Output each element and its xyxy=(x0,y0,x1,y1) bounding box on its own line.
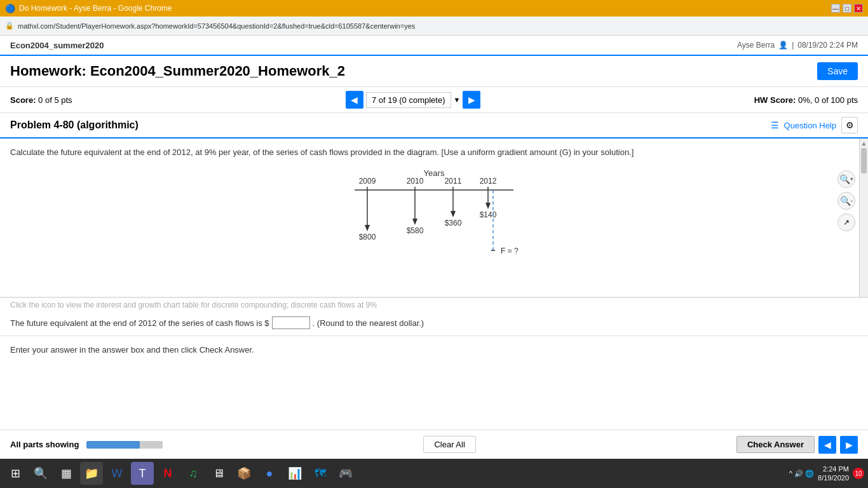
nav-progress-text: 7 of 19 (0 complete) xyxy=(366,92,451,108)
user-icon: 👤 xyxy=(778,41,788,50)
browser-title: Do Homework - Ayse Berra - Google Chrome xyxy=(19,4,172,13)
scrollbar-thumb[interactable] xyxy=(861,148,867,173)
hw-score-label: HW Score: xyxy=(754,95,796,105)
cash-flow-svg: Years 2009 2010 2011 2012 $800 xyxy=(323,165,545,273)
separator: | xyxy=(792,41,794,50)
svg-marker-10 xyxy=(365,225,370,231)
score-bar: Score: 0 of 5 pts ◀ 7 of 19 (0 complete)… xyxy=(0,87,868,113)
instruction-text: Enter your answer in the answer box and … xyxy=(0,336,868,357)
prev-question-button[interactable]: ◀ xyxy=(346,91,363,109)
answer-prefix: The future equivalent at the end of 2012… xyxy=(10,318,269,328)
lock-icon: 🔒 xyxy=(5,22,14,30)
title-bar: 🔵 Do Homework - Ayse Berra - Google Chro… xyxy=(0,0,868,17)
dropdown-icon[interactable]: ▼ xyxy=(454,96,461,104)
score-left: Score: 0 of 5 pts xyxy=(10,95,72,105)
navigation-center[interactable]: ◀ 7 of 19 (0 complete) ▼ ▶ xyxy=(346,91,481,109)
cash-flow-diagram-area: Years 2009 2010 2011 2012 $800 xyxy=(10,165,858,273)
score-label: Score: xyxy=(10,95,36,105)
main-content: Calculate the future equivalent at the e… xyxy=(0,139,868,297)
title-bar-left: 🔵 Do Homework - Ayse Berra - Google Chro… xyxy=(5,4,172,13)
problem-title: Problem 4-80 (algorithmic) xyxy=(10,119,139,131)
svg-text:2009: 2009 xyxy=(359,177,376,186)
problem-bar: Problem 4-80 (algorithmic) ☰ Question He… xyxy=(0,113,868,139)
svg-text:$360: $360 xyxy=(445,219,462,227)
minimize-button[interactable]: — xyxy=(831,4,840,13)
content-scrollbar[interactable]: ▲ xyxy=(859,139,868,297)
years-label: Years xyxy=(424,168,445,178)
address-bar: 🔒 mathxl.com/Student/PlayerHomework.aspx… xyxy=(0,17,868,36)
score-value: 0 of 5 pts xyxy=(38,95,72,105)
answer-section: The future equivalent at the end of 2012… xyxy=(0,310,868,336)
zoom-controls[interactable]: 🔍+ 🔍- ↗ xyxy=(837,170,855,231)
zoom-out-button[interactable]: 🔍- xyxy=(837,192,855,210)
maximize-button[interactable]: □ xyxy=(843,4,851,13)
title-bar-controls[interactable]: — □ ✕ xyxy=(831,4,863,13)
svg-text:$140: $140 xyxy=(480,210,497,219)
settings-button[interactable]: ⚙ xyxy=(841,117,858,133)
svg-text:2012: 2012 xyxy=(480,177,497,186)
homework-title: Homework: Econ2004_Summer2020_Homework_2 xyxy=(10,63,345,79)
svg-marker-16 xyxy=(451,211,456,217)
header-right: Ayse Berra 👤 | 08/19/20 2:24 PM xyxy=(737,41,858,50)
course-title: Econ2004_summer2020 xyxy=(10,41,104,50)
close-button[interactable]: ✕ xyxy=(854,4,863,13)
svg-marker-19 xyxy=(485,203,491,209)
app-header: Econ2004_summer2020 Ayse Berra 👤 | 08/19… xyxy=(0,36,868,56)
question-text: Calculate the future equivalent at the e… xyxy=(10,147,858,157)
hw-score-value: 0%, 0 of 100 pts xyxy=(798,95,858,105)
answer-text-row: The future equivalent at the end of 2012… xyxy=(10,316,858,329)
svg-text:2011: 2011 xyxy=(445,177,462,186)
problem-actions[interactable]: ☰ Question Help ⚙ xyxy=(771,117,858,133)
url-text[interactable]: mathxl.com/Student/PlayerHomework.aspx?h… xyxy=(18,22,415,30)
svg-text:2010: 2010 xyxy=(407,177,424,186)
answer-suffix: . (Round to the nearest dollar.) xyxy=(313,318,424,328)
question-help-label[interactable]: Question Help xyxy=(784,121,836,130)
score-right: HW Score: 0%, 0 of 100 pts xyxy=(754,95,858,105)
svg-marker-13 xyxy=(412,219,417,225)
svg-text:$580: $580 xyxy=(407,226,424,235)
save-button[interactable]: Save xyxy=(817,62,858,80)
svg-text:F = ?: F = ? xyxy=(501,247,519,255)
svg-text:$800: $800 xyxy=(359,233,376,241)
expand-button[interactable]: ↗ xyxy=(837,214,855,231)
user-name: Ayse Berra xyxy=(737,41,775,50)
cut-text: Click the icon to view the interest and … xyxy=(0,297,868,310)
header-date: 08/19/20 2:24 PM xyxy=(797,41,858,50)
homework-title-bar: Homework: Econ2004_Summer2020_Homework_2… xyxy=(0,56,868,87)
zoom-in-button[interactable]: 🔍+ xyxy=(837,170,855,188)
answer-input[interactable] xyxy=(272,316,310,329)
next-question-button[interactable]: ▶ xyxy=(463,91,480,109)
instruction-label: Enter your answer in the answer box and … xyxy=(10,345,254,355)
chrome-icon: 🔵 xyxy=(5,4,15,13)
question-help-icon: ☰ xyxy=(771,120,779,130)
